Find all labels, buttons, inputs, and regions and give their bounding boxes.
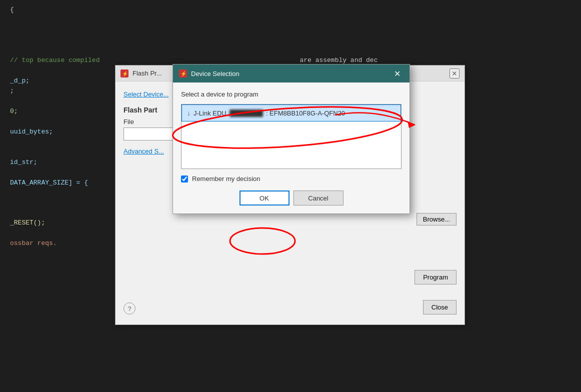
code-line: [10, 26, 571, 36]
dialog-close-button[interactable]: ✕: [391, 68, 404, 80]
dialog-title-left: ⚡ Device Selection: [179, 70, 240, 78]
device-item-suffix: : EFM8BB10F8G-A-QFN20: [266, 110, 345, 117]
svg-text:⚡: ⚡: [122, 70, 128, 77]
dialog-buttons: OK Cancel: [181, 190, 402, 206]
remember-row: Remember my decision: [181, 175, 402, 182]
advanced-settings-link[interactable]: Advanced S...: [124, 148, 164, 155]
browse-button[interactable]: Browse...: [416, 213, 456, 226]
dialog-title-text: Device Selection: [191, 70, 240, 78]
svg-text:⚡: ⚡: [180, 70, 187, 77]
device-name-blurred: ●●●●●●: [230, 110, 263, 117]
code-line: {: [10, 5, 571, 16]
dialog-instruction: Select a device to program: [181, 90, 402, 98]
remember-checkbox[interactable]: [181, 176, 188, 182]
help-icon[interactable]: ?: [124, 302, 136, 314]
flash-title-icon: ⚡: [120, 70, 128, 78]
code-line: [10, 36, 571, 46]
device-item-prefix: J-Link EDU: [194, 110, 226, 117]
select-device-link[interactable]: Select Device...: [124, 90, 168, 98]
dialog-title-icon: ⚡: [179, 70, 187, 78]
flash-close-x-button[interactable]: ✕: [450, 68, 460, 78]
ok-button[interactable]: OK: [240, 190, 290, 206]
device-list-item[interactable]: ↓ J-Link EDU ●●●●●● : EFM8BB10F8G-A-QFN2…: [182, 104, 401, 122]
code-line: [10, 16, 571, 26]
close-button[interactable]: Close: [423, 300, 456, 314]
flash-window-title: Flash Pr...: [132, 70, 162, 77]
program-button[interactable]: Program: [414, 270, 456, 284]
device-item-icon: ↓: [187, 109, 190, 117]
code-line: [10, 46, 571, 56]
device-list[interactable]: ↓ J-Link EDU ●●●●●● : EFM8BB10F8G-A-QFN2…: [181, 104, 402, 169]
cancel-button[interactable]: Cancel: [294, 190, 344, 206]
flash-title-left: ⚡ Flash Pr...: [120, 70, 162, 78]
device-selection-dialog: ⚡ Device Selection ✕ Select a device to …: [172, 64, 410, 214]
remember-label: Remember my decision: [192, 175, 260, 182]
dialog-titlebar: ⚡ Device Selection ✕: [173, 64, 410, 82]
dialog-body: Select a device to program ↓ J-Link EDU …: [173, 82, 410, 214]
